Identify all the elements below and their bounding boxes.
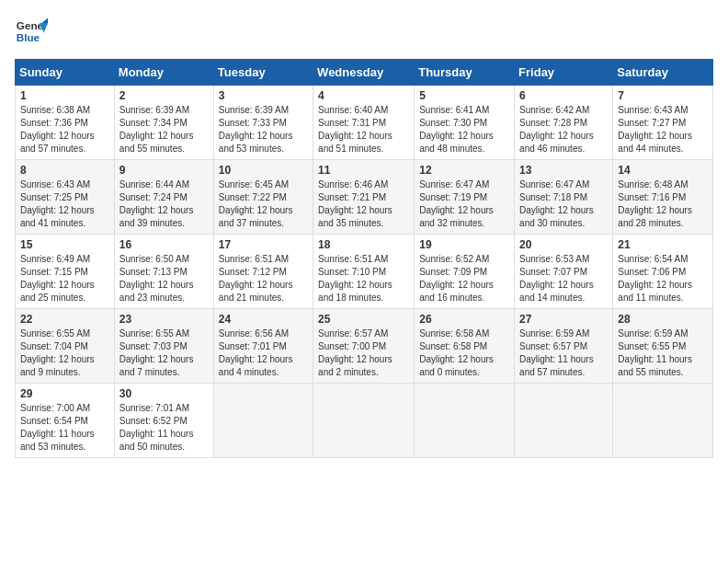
- weekday-header-saturday: Saturday: [613, 60, 713, 86]
- calendar-cell-empty: [613, 384, 713, 458]
- calendar-cell-20: 20Sunrise: 6:53 AMSunset: 7:07 PMDayligh…: [515, 235, 613, 309]
- calendar-cell-13: 13Sunrise: 6:47 AMSunset: 7:18 PMDayligh…: [515, 160, 613, 235]
- calendar-cell-26: 26Sunrise: 6:58 AMSunset: 6:58 PMDayligh…: [415, 309, 515, 384]
- weekday-header-wednesday: Wednesday: [313, 60, 415, 86]
- calendar-cell-28: 28Sunrise: 6:59 AMSunset: 6:55 PMDayligh…: [613, 309, 713, 384]
- weekday-header-row: SundayMondayTuesdayWednesdayThursdayFrid…: [16, 60, 713, 86]
- calendar-row-2: 8Sunrise: 6:43 AMSunset: 7:25 PMDaylight…: [16, 160, 713, 235]
- calendar-row-4: 22Sunrise: 6:55 AMSunset: 7:04 PMDayligh…: [16, 309, 713, 384]
- calendar-cell-6: 6Sunrise: 6:42 AMSunset: 7:28 PMDaylight…: [515, 86, 613, 160]
- svg-text:Blue: Blue: [17, 31, 40, 43]
- calendar-cell-23: 23Sunrise: 6:55 AMSunset: 7:03 PMDayligh…: [114, 309, 213, 384]
- calendar-cell-empty: [313, 384, 415, 458]
- weekday-header-thursday: Thursday: [415, 60, 515, 86]
- calendar-cell-empty: [213, 384, 313, 458]
- calendar-table: SundayMondayTuesdayWednesdayThursdayFrid…: [15, 59, 713, 458]
- logo-icon: General Blue: [15, 15, 48, 48]
- calendar-cell-3: 3Sunrise: 6:39 AMSunset: 7:33 PMDaylight…: [213, 86, 313, 160]
- calendar-cell-24: 24Sunrise: 6:56 AMSunset: 7:01 PMDayligh…: [213, 309, 313, 384]
- calendar-cell-19: 19Sunrise: 6:52 AMSunset: 7:09 PMDayligh…: [415, 235, 515, 309]
- calendar-cell-18: 18Sunrise: 6:51 AMSunset: 7:10 PMDayligh…: [313, 235, 415, 309]
- weekday-header-tuesday: Tuesday: [213, 60, 313, 86]
- calendar-cell-12: 12Sunrise: 6:47 AMSunset: 7:19 PMDayligh…: [415, 160, 515, 235]
- weekday-header-monday: Monday: [114, 60, 213, 86]
- logo: General Blue: [15, 15, 48, 48]
- page-header: General Blue: [15, 15, 713, 48]
- calendar-cell-22: 22Sunrise: 6:55 AMSunset: 7:04 PMDayligh…: [16, 309, 115, 384]
- calendar-cell-30: 30Sunrise: 7:01 AMSunset: 6:52 PMDayligh…: [114, 384, 213, 458]
- calendar-cell-15: 15Sunrise: 6:49 AMSunset: 7:15 PMDayligh…: [16, 235, 115, 309]
- calendar-cell-29: 29Sunrise: 7:00 AMSunset: 6:54 PMDayligh…: [16, 384, 115, 458]
- calendar-cell-empty: [415, 384, 515, 458]
- calendar-cell-25: 25Sunrise: 6:57 AMSunset: 7:00 PMDayligh…: [313, 309, 415, 384]
- calendar-cell-16: 16Sunrise: 6:50 AMSunset: 7:13 PMDayligh…: [114, 235, 213, 309]
- calendar-cell-9: 9Sunrise: 6:44 AMSunset: 7:24 PMDaylight…: [114, 160, 213, 235]
- calendar-cell-4: 4Sunrise: 6:40 AMSunset: 7:31 PMDaylight…: [313, 86, 415, 160]
- calendar-cell-21: 21Sunrise: 6:54 AMSunset: 7:06 PMDayligh…: [613, 235, 713, 309]
- calendar-cell-14: 14Sunrise: 6:48 AMSunset: 7:16 PMDayligh…: [613, 160, 713, 235]
- weekday-header-sunday: Sunday: [16, 60, 115, 86]
- calendar-row-3: 15Sunrise: 6:49 AMSunset: 7:15 PMDayligh…: [16, 235, 713, 309]
- weekday-header-friday: Friday: [515, 60, 613, 86]
- calendar-cell-8: 8Sunrise: 6:43 AMSunset: 7:25 PMDaylight…: [16, 160, 115, 235]
- calendar-cell-11: 11Sunrise: 6:46 AMSunset: 7:21 PMDayligh…: [313, 160, 415, 235]
- calendar-cell-27: 27Sunrise: 6:59 AMSunset: 6:57 PMDayligh…: [515, 309, 613, 384]
- calendar-cell-5: 5Sunrise: 6:41 AMSunset: 7:30 PMDaylight…: [415, 86, 515, 160]
- calendar-cell-7: 7Sunrise: 6:43 AMSunset: 7:27 PMDaylight…: [613, 86, 713, 160]
- calendar-cell-empty: [515, 384, 613, 458]
- calendar-cell-17: 17Sunrise: 6:51 AMSunset: 7:12 PMDayligh…: [213, 235, 313, 309]
- calendar-row-5: 29Sunrise: 7:00 AMSunset: 6:54 PMDayligh…: [16, 384, 713, 458]
- calendar-cell-2: 2Sunrise: 6:39 AMSunset: 7:34 PMDaylight…: [114, 86, 213, 160]
- calendar-cell-10: 10Sunrise: 6:45 AMSunset: 7:22 PMDayligh…: [213, 160, 313, 235]
- calendar-cell-1: 1Sunrise: 6:38 AMSunset: 7:36 PMDaylight…: [16, 86, 115, 160]
- calendar-row-1: 1Sunrise: 6:38 AMSunset: 7:36 PMDaylight…: [16, 86, 713, 160]
